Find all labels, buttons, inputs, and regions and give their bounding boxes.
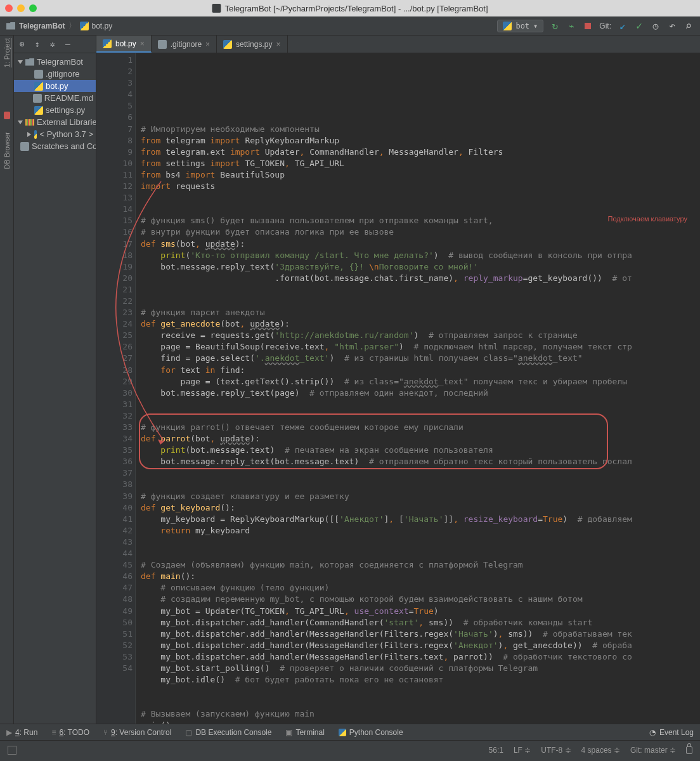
bottom-tab[interactable]: ▶4: Run <box>6 728 37 737</box>
git-branch[interactable]: Git: master ≑ <box>630 746 676 755</box>
cursor-position[interactable]: 56:1 <box>489 746 503 755</box>
lock-icon[interactable] <box>686 746 692 754</box>
line-ending[interactable]: LF ≑ <box>514 746 531 755</box>
code-line[interactable]: # Вызываем (запускаем) функцию main <box>141 708 695 720</box>
rail-project-tab[interactable]: 1: Project <box>3 38 11 67</box>
code-line[interactable]: print('Кто-то отправил команду /start. Ч… <box>141 250 695 261</box>
bottom-tab[interactable]: ⑂9: Version Control <box>103 728 171 737</box>
code-line[interactable] <box>141 697 695 708</box>
minimize-window-button[interactable] <box>17 4 25 12</box>
encoding[interactable]: UTF-8 ≑ <box>541 746 571 755</box>
code-line[interactable] <box>141 686 695 697</box>
code-line[interactable]: from telegram import ReplyKeyboardMarkup <box>141 135 695 146</box>
code-line[interactable]: return my_keyboard <box>141 525 695 537</box>
run-config-selector[interactable]: bot▾ <box>497 20 543 32</box>
code-line[interactable]: my_bot.dispatcher.add_handler(MessageHan… <box>141 640 695 651</box>
tree-item[interactable]: bot.py <box>14 80 96 92</box>
code-line[interactable] <box>141 192 695 204</box>
code-line[interactable]: # создадим переменную my_bot, с помощью … <box>141 594 695 605</box>
code-line[interactable]: my_bot.dispatcher.add_handler(MessageHan… <box>141 651 695 663</box>
code-line[interactable]: main() <box>141 720 695 724</box>
settings-icon[interactable]: ✲ <box>48 40 57 49</box>
code-line[interactable]: my_bot.idle() # бот будет работать пока … <box>141 674 695 686</box>
status-icon[interactable] <box>8 746 16 755</box>
stop-button[interactable] <box>583 21 593 31</box>
rail-db-tab[interactable]: DB Browser <box>3 132 11 169</box>
code-line[interactable] <box>141 537 695 548</box>
tree-item[interactable]: External Libraries <box>14 116 96 128</box>
maximize-window-button[interactable] <box>29 4 37 12</box>
code-line[interactable]: # функция парсит анекдоты <box>141 307 695 318</box>
tree-item[interactable]: README.md <box>14 92 96 104</box>
editor-tab[interactable]: .gitignore× <box>152 36 217 53</box>
tree-item[interactable]: .gitignore <box>14 68 96 80</box>
code-line[interactable]: # описываем функцию (тело функции) <box>141 582 695 594</box>
code-area[interactable]: Подключаем клавиатуру Перенесли в создан… <box>136 53 700 724</box>
bottom-tab[interactable]: ≡6: TODO <box>51 728 89 737</box>
close-tab-icon[interactable]: × <box>140 39 145 48</box>
history-button[interactable] <box>651 21 661 31</box>
code-line[interactable]: find = page.select('.anekdot_text') # из… <box>141 353 695 364</box>
code-line[interactable]: print(bot.message.text) # печатаем на эк… <box>141 445 695 456</box>
tree-item[interactable]: < Python 3.7 > <box>14 128 96 140</box>
code-line[interactable]: my_bot.start_polling() # проверяет о нал… <box>141 663 695 674</box>
bottom-tab[interactable]: ▢DB Execution Console <box>185 728 271 737</box>
code-line[interactable]: bot.message.reply_text(page) # отправляе… <box>141 387 695 399</box>
code-line[interactable]: receive = requests.get('http://anekdotme… <box>141 330 695 341</box>
code-line[interactable]: bot.message.reply_text('Здравствуйте, {}… <box>141 261 695 273</box>
code-line[interactable]: for text in find: <box>141 365 695 376</box>
expand-all-icon[interactable]: ↕ <box>33 40 42 49</box>
tree-item[interactable]: settings.py <box>14 104 96 116</box>
code-line[interactable]: from settings import TG_TOKEN, TG_API_UR… <box>141 158 695 169</box>
debug-button[interactable] <box>566 21 576 31</box>
tree-item[interactable]: TelegramBot <box>14 56 96 68</box>
close-tab-icon[interactable]: × <box>205 40 210 49</box>
code-line[interactable]: from bs4 import BeautifulSoup <box>141 169 695 181</box>
code-line[interactable]: my_bot = Updater(TG_TOKEN, TG_API_URL, u… <box>141 606 695 617</box>
code-line[interactable]: my_bot.dispatcher.add_handler(CommandHan… <box>141 617 695 628</box>
code-line[interactable]: def get_anecdote(bot, update): <box>141 318 695 330</box>
event-log-button[interactable]: ◔Event Log <box>649 728 694 737</box>
code-line[interactable]: import requests <box>141 181 695 192</box>
revert-button[interactable] <box>667 21 677 31</box>
close-window-button[interactable] <box>5 4 13 12</box>
code-line[interactable]: .format(bot.message.chat.first_name), re… <box>141 273 695 284</box>
code-line[interactable]: # функция создает клавиатуру и ее размет… <box>141 491 695 502</box>
code-line[interactable]: # Импортируем необходимые компоненты <box>141 124 695 135</box>
editor-body[interactable]: 1234567891011121314151617181920212223242… <box>96 53 700 724</box>
bottom-tab[interactable]: ▣Terminal <box>285 728 324 737</box>
code-line[interactable]: # функция parrot() отвечает темже сообще… <box>141 422 695 433</box>
code-line[interactable] <box>141 296 695 307</box>
git-update-button[interactable] <box>618 21 628 31</box>
code-line[interactable] <box>141 467 695 479</box>
code-line[interactable] <box>141 410 695 422</box>
code-line[interactable]: page = BeautifulSoup(receive.text, "html… <box>141 341 695 353</box>
breadcrumb-file[interactable]: bot.py <box>80 22 112 30</box>
breadcrumb-project[interactable]: TelegramBot <box>19 22 65 30</box>
code-line[interactable] <box>141 479 695 490</box>
code-line[interactable]: from telegram.ext import Updater, Comman… <box>141 146 695 158</box>
code-line[interactable]: # Создаем (объявляем) функцию main, кото… <box>141 559 695 571</box>
code-line[interactable] <box>141 284 695 296</box>
search-button[interactable] <box>684 21 694 31</box>
run-button[interactable] <box>550 21 560 31</box>
code-line[interactable]: def sms(bot, update): <box>141 238 695 250</box>
select-target-icon[interactable]: ⊕ <box>18 40 27 49</box>
indent[interactable]: 4 spaces ≑ <box>581 746 620 755</box>
code-line[interactable] <box>141 548 695 559</box>
code-line[interactable]: def main(): <box>141 571 695 582</box>
code-line[interactable]: page = (text.getText().strip()) # из cla… <box>141 376 695 387</box>
code-line[interactable]: my_keyboard = ReplyKeyboardMarkup([['Ане… <box>141 514 695 525</box>
code-line[interactable]: # внутри функции будет описана логика пр… <box>141 226 695 238</box>
code-line[interactable]: def parrot(bot, update): <box>141 433 695 445</box>
collapse-icon[interactable]: — <box>63 40 72 49</box>
editor-tab[interactable]: settings.py× <box>217 36 287 53</box>
project-tree[interactable]: TelegramBot.gitignorebot.pyREADME.mdsett… <box>14 53 96 152</box>
breadcrumb[interactable]: TelegramBot 〉 bot.py <box>6 20 112 31</box>
close-tab-icon[interactable]: × <box>276 40 280 49</box>
code-line[interactable]: def get_keyboard(): <box>141 502 695 514</box>
tree-item[interactable]: Scratches and Consoles <box>14 140 96 152</box>
git-commit-button[interactable] <box>634 21 644 31</box>
editor-tab[interactable]: bot.py× <box>96 36 152 53</box>
code-line[interactable]: my_bot.dispatcher.add_handler(MessageHan… <box>141 628 695 640</box>
